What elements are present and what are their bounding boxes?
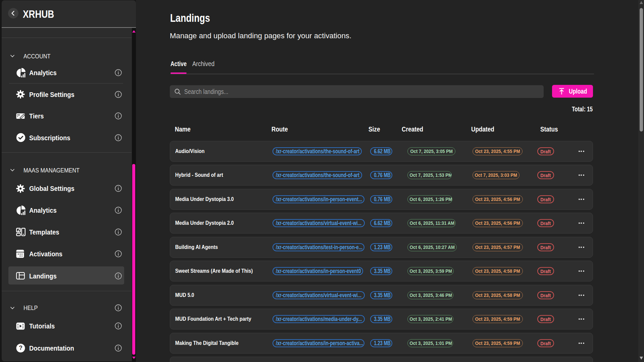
svg-text:?: ? <box>19 345 22 351</box>
